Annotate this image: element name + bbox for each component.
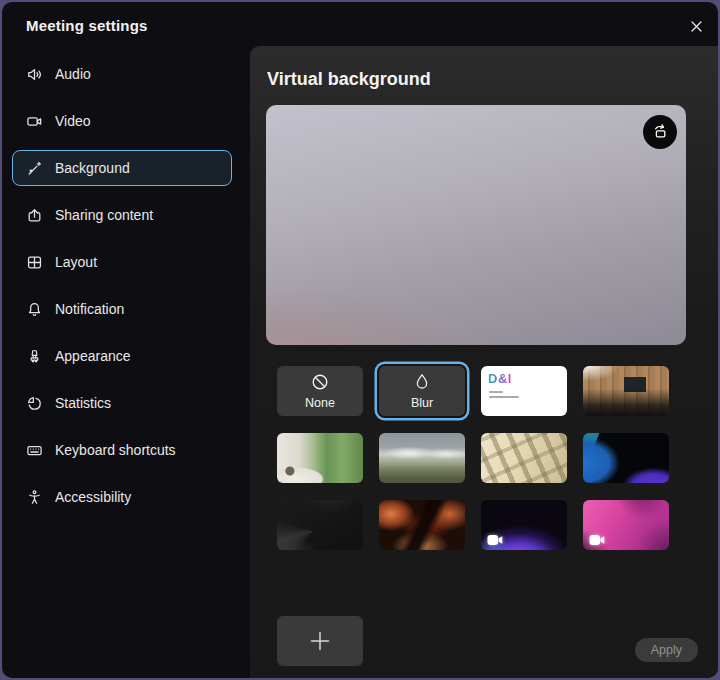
video-camera-badge-icon [487, 532, 503, 544]
sidebar-item-keyboard-shortcuts[interactable]: Keyboard shortcuts [12, 432, 232, 468]
background-option-office-room[interactable] [583, 366, 669, 416]
sidebar-item-label: Background [55, 160, 130, 176]
sidebar-item-video[interactable]: Video [12, 103, 232, 139]
sidebar-item-label: Layout [55, 254, 97, 270]
background-grid: None Blur D&I [277, 366, 669, 550]
sidebar-item-layout[interactable]: Layout [12, 244, 232, 280]
page-title: Meeting settings [26, 17, 148, 34]
background-option-pink-swirl[interactable] [583, 500, 669, 550]
close-button[interactable] [684, 14, 708, 38]
sidebar-item-statistics[interactable]: Statistics [12, 385, 232, 421]
paintbrush-icon [26, 348, 43, 365]
sidebar-item-label: Sharing content [55, 207, 153, 223]
share-content-icon [26, 207, 43, 224]
pie-chart-icon [26, 395, 43, 412]
background-option-abstract-blue-purple[interactable] [583, 433, 669, 483]
sidebar-item-label: Accessibility [55, 489, 131, 505]
meeting-settings-dialog: Meeting settings Audio Video Background … [2, 2, 718, 678]
tile-label: None [305, 397, 335, 410]
apply-button[interactable]: Apply [635, 638, 698, 662]
background-option-dark-waves[interactable] [277, 500, 363, 550]
background-option-purple-glow[interactable] [481, 500, 567, 550]
title-bar: Meeting settings [2, 2, 718, 48]
background-option-window-light[interactable] [481, 433, 567, 483]
magic-wand-icon [26, 160, 43, 177]
background-option-none[interactable]: None [277, 366, 363, 416]
sidebar-item-background[interactable]: Background [12, 150, 232, 186]
flip-camera-icon [650, 122, 670, 142]
add-background-button[interactable] [277, 616, 363, 666]
sidebar-item-label: Keyboard shortcuts [55, 442, 176, 458]
background-option-blurred-mountains[interactable] [379, 433, 465, 483]
accessibility-icon [26, 489, 43, 506]
tile-label: Blur [411, 397, 433, 410]
background-option-living-room[interactable] [277, 433, 363, 483]
speaker-icon [26, 66, 43, 83]
video-camera-badge-icon [589, 532, 605, 544]
sidebar-item-audio[interactable]: Audio [12, 56, 232, 92]
sidebar-item-label: Audio [55, 66, 91, 82]
sidebar-item-sharing-content[interactable]: Sharing content [12, 197, 232, 233]
video-camera-icon [26, 113, 43, 130]
dni-logo-subtext-line [489, 396, 519, 398]
background-option-d-and-i-logo[interactable]: D&I [481, 366, 567, 416]
dni-logo-text: D&I [488, 371, 512, 386]
sidebar-item-notification[interactable]: Notification [12, 291, 232, 327]
layout-grid-icon [26, 254, 43, 271]
background-option-lava-texture[interactable] [379, 500, 465, 550]
prohibited-icon [310, 372, 330, 396]
sidebar-item-label: Notification [55, 301, 124, 317]
keyboard-icon [26, 442, 43, 459]
plus-icon [307, 628, 333, 654]
sidebar-item-label: Appearance [55, 348, 131, 364]
sidebar-item-label: Video [55, 113, 91, 129]
background-option-blur[interactable]: Blur [379, 366, 465, 416]
settings-panel: Virtual background None Blur D&I [250, 46, 718, 678]
settings-sidebar: Audio Video Background Sharing content L… [12, 56, 232, 526]
virtual-background-heading: Virtual background [267, 69, 431, 90]
sidebar-item-label: Statistics [55, 395, 111, 411]
sidebar-item-accessibility[interactable]: Accessibility [12, 479, 232, 515]
dni-logo-subtext-line [489, 391, 503, 393]
close-icon [689, 19, 704, 34]
droplet-icon [412, 372, 432, 396]
camera-preview [266, 105, 686, 345]
sidebar-item-appearance[interactable]: Appearance [12, 338, 232, 374]
bell-icon [26, 301, 43, 318]
flip-camera-button[interactable] [643, 115, 677, 149]
